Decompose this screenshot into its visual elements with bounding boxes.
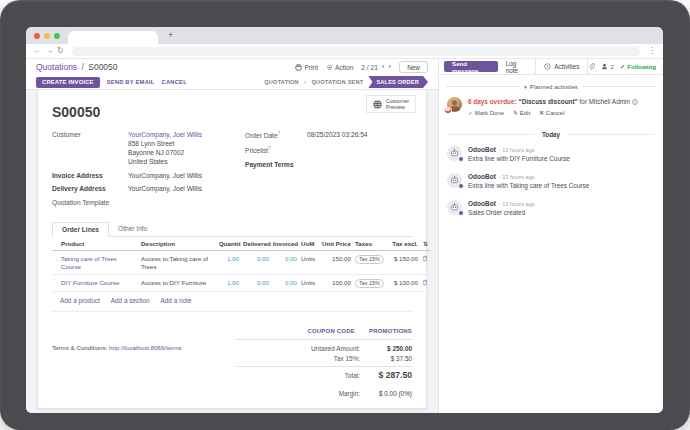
edit-activity-button[interactable]: ✎ Edit [513,109,530,118]
delete-row-icon[interactable] [422,279,428,286]
cell-delivered[interactable]: 0.00 [241,251,271,275]
planned-activities-header[interactable]: ▾ Planned activities [439,75,663,94]
info-icon [632,99,638,105]
print-button[interactable]: Print [295,64,318,71]
close-window-button[interactable] [34,33,40,39]
chatter-message[interactable]: OdooBot - 13 hours ago Sales Order creat… [439,195,663,222]
back-icon[interactable]: ← [33,47,41,55]
col-uom[interactable]: UoM [299,237,320,251]
breadcrumb-quotations-link[interactable]: Quotations [36,62,77,72]
terms-link[interactable]: http://localhost:8069/terms [109,344,182,351]
followers-button[interactable]: 2 [601,63,613,70]
order-date-value[interactable]: 08/25/2023 03:26:54 [307,131,368,141]
cell-unit-price[interactable]: 100.00 [320,275,353,292]
col-product[interactable]: Product [59,237,139,251]
delivery-address-value[interactable]: YourCompany, Joel Willis [128,185,202,194]
col-taxes[interactable]: Taxes [353,237,384,251]
tab-order-lines[interactable]: Order Lines [52,222,109,237]
chatter-message[interactable]: OdooBot - 13 hours ago Extra line with T… [439,168,663,195]
stage-quotation-sent[interactable]: QUOTATION SENT [311,79,363,85]
cell-quantity[interactable]: 1.00 [217,275,241,292]
stage-sales-order[interactable]: SALES ORDER [368,76,428,88]
customer-city: Bayonne NJ 07002 [128,149,202,158]
followers-count: 2 [610,63,613,70]
col-unit-price[interactable]: Unit Price [320,237,353,251]
invoice-address-value[interactable]: YourCompany, Joel Willis [128,172,202,181]
terms-and-conditions: Terms & Conditions: http://localhost:806… [52,344,182,399]
cancel-button[interactable]: CANCEL [162,79,187,85]
col-delivered[interactable]: Delivered [241,237,271,251]
cell-description[interactable]: Access to:DIY Furniture [139,275,217,292]
activity-item: ☎ 6 days overdue: “Discuss discount” for… [439,94,663,124]
promotions-button[interactable]: PROMOTIONS [369,328,412,334]
cell-uom[interactable]: Units [299,275,320,292]
pager-prev-icon[interactable]: ‹ [382,63,385,71]
paperclip-icon[interactable] [588,63,595,71]
phone-activity-badge: ☎ [444,107,452,115]
message-content: OdooBot - 13 hours ago Sales Order creat… [468,200,535,218]
table-row[interactable]: ⋮⋮ DIY Furniture Course Access to:DIY Fu… [52,275,430,292]
log-note-button[interactable]: Log note [498,59,537,74]
message-content: OdooBot - 13 hours ago Extra line with T… [468,173,589,191]
send-message-button[interactable]: Send message [444,61,498,72]
message-author[interactable]: OdooBot [468,146,496,154]
forward-icon[interactable]: → [45,47,53,55]
cell-quantity[interactable]: 1.00 [217,251,241,275]
customer-country: United States [128,158,202,167]
message-author[interactable]: OdooBot [468,173,496,181]
delete-row-icon[interactable] [422,255,428,262]
terms-label: Terms & Conditions: [52,344,107,351]
add-product-link[interactable]: Add a product [60,297,100,304]
control-panel-buttons: CREATE INVOICE SEND BY EMAIL CANCEL QUOT… [26,75,438,90]
cancel-activity-button[interactable]: ✖ Cancel [539,109,564,118]
add-note-link[interactable]: Add a note [161,297,192,304]
optional-columns-icon[interactable]: ⇅ [423,241,428,247]
tax-badge[interactable]: Tax 15% [355,279,384,288]
col-quantity[interactable]: Quantity [217,237,241,251]
action-button[interactable]: Action [326,64,353,71]
new-tab-button[interactable]: + [168,31,173,40]
message-author[interactable]: OdooBot [468,200,496,208]
tab-other-info[interactable]: Other Info [109,222,156,236]
odoobot-avatar [447,146,462,161]
chatter-topbar: Send message Log note Activities 2 ✓ [439,59,663,75]
browser-menu-icon[interactable]: ⋮ [648,47,656,55]
activity-actions: ✓ Mark Done ✎ Edit ✖ Cancel [468,109,638,118]
browser-window: + ← → ↻ ⋮ Quotations / S00050 [26,27,663,413]
add-section-link[interactable]: Add a section [111,297,150,304]
browser-tab[interactable] [68,31,158,44]
tax-badge[interactable]: Tax 15% [355,255,384,264]
mark-done-button[interactable]: ✓ Mark Done [468,109,504,118]
coupon-code-button[interactable]: COUPON CODE [307,328,355,334]
window-controls [34,33,60,39]
pager-next-icon[interactable]: › [389,63,392,71]
activities-button[interactable]: Activities [536,59,588,74]
stage-quotation[interactable]: QUOTATION [264,79,299,85]
cell-unit-price[interactable]: 150.00 [320,251,353,275]
reload-icon[interactable]: ↻ [57,47,64,55]
col-invoiced[interactable]: Invoiced [271,237,299,251]
col-description[interactable]: Description [139,237,217,251]
avatar: ☎ [447,97,462,112]
new-record-button[interactable]: New [399,61,428,73]
maximize-window-button[interactable] [54,33,60,39]
table-row[interactable]: ⋮⋮ Taking care of Trees Course Access to… [52,251,430,275]
create-invoice-button[interactable]: CREATE INVOICE [36,77,100,88]
customer-value: YourCompany, Joel Willis 858 Lynn Street… [128,131,202,167]
product-link[interactable]: DIY Furniture Course [61,279,119,286]
send-by-email-button[interactable]: SEND BY EMAIL [107,79,155,85]
cell-description[interactable]: Access to:Taking care of Trees [139,251,217,275]
cell-invoiced[interactable]: 0.00 [271,251,299,275]
chatter-message[interactable]: OdooBot - 13 hours ago Extra line with D… [439,141,663,168]
product-link[interactable]: Taking care of Trees Course [61,255,117,270]
cell-invoiced[interactable]: 0.00 [271,275,299,292]
cell-delivered[interactable]: 0.00 [241,275,271,292]
customer-link[interactable]: YourCompany, Joel Willis [128,131,202,138]
col-subtotal[interactable]: Tax excl. [384,237,420,251]
address-bar[interactable] [72,47,640,56]
minimize-window-button[interactable] [44,33,50,39]
record-pager: 2 / 21 ‹ › [361,63,391,71]
cell-uom[interactable]: Units [299,251,320,275]
customer-preview-button[interactable]: Customer Preview [366,95,416,113]
following-button[interactable]: ✓ Following [620,63,656,70]
